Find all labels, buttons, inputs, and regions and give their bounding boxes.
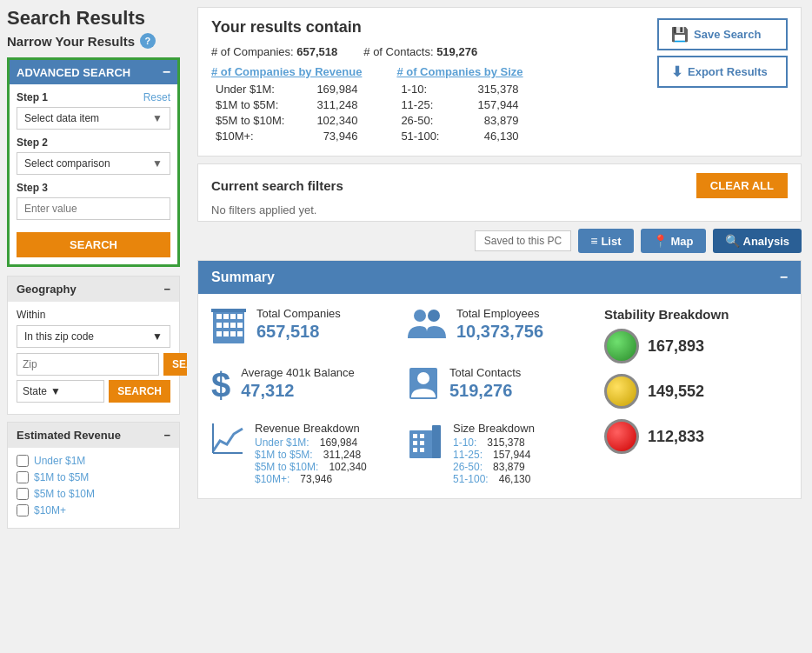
total-employees-card: Total Employees 10,373,756 (408, 307, 591, 353)
by-revenue-title[interactable]: # of Companies by Revenue (211, 65, 362, 78)
map-view-button[interactable]: 📍 Map (641, 229, 706, 253)
stability-red-value: 112,833 (648, 428, 704, 446)
export-results-button[interactable]: ⬇ Export Results (657, 56, 788, 88)
analysis-btn-label: Analysis (743, 235, 789, 248)
total-contacts-label: Total Contacts (449, 366, 521, 379)
total-companies-value: 657,518 (256, 322, 341, 342)
svg-rect-11 (230, 331, 236, 336)
summary-collapse-icon[interactable]: − (780, 270, 788, 285)
svg-rect-27 (420, 448, 424, 452)
advanced-search-button[interactable]: SEARCH (17, 232, 170, 257)
svg-rect-7 (230, 323, 236, 328)
size-row-3-label: 26-50: (401, 114, 433, 127)
within-label: Within (17, 309, 170, 321)
svg-rect-22 (413, 434, 417, 438)
yellow-light-icon (604, 374, 639, 409)
step1-dropdown[interactable]: Select data item ▼ (17, 107, 170, 130)
red-light-icon (604, 419, 639, 454)
geography-header[interactable]: Geography − (8, 277, 179, 302)
total-employees-label: Total Employees (456, 307, 543, 320)
by-size-title[interactable]: # of Companies by Size (396, 65, 522, 78)
companies-value: 657,518 (296, 45, 337, 58)
revenue-row-4-value: 73,946 (323, 130, 358, 143)
svg-rect-21 (432, 425, 441, 458)
analysis-view-button[interactable]: 🔍 Analysis (713, 229, 802, 253)
zip-code-dropdown[interactable]: In this zip code ▼ (17, 325, 170, 348)
avg-401k-card: $ Average 401k Balance 47,312 (211, 366, 395, 409)
list-view-button[interactable]: ≡ List (578, 229, 633, 253)
revenue-label-2[interactable]: $1M to $5M (34, 471, 89, 483)
geography-section: Geography − Within In this zip code ▼ SE… (7, 276, 180, 415)
svg-rect-3 (230, 314, 236, 319)
chart-icon (211, 422, 244, 463)
total-companies-text: Total Companies 657,518 (256, 307, 341, 342)
revenue-row-3-value: 102,340 (316, 114, 357, 127)
state-dropdown[interactable]: State ▼ (17, 380, 104, 403)
revenue-breakdown-card: Revenue Breakdown Under $1M:169,984 $1M … (211, 422, 395, 485)
zip-input[interactable] (17, 353, 159, 376)
revenue-breakdown-label: Revenue Breakdown (255, 422, 367, 435)
step1-group: Step 1 Reset Select data item ▼ (17, 91, 170, 130)
total-employees-value: 10,373,756 (456, 322, 543, 342)
stability-yellow-row: 149,552 (604, 374, 788, 409)
size-breakdown-card: Size Breakdown 1-10:315,378 11-25:157,94… (408, 422, 591, 485)
revenue-checkbox-2[interactable] (17, 471, 29, 483)
help-icon[interactable]: ? (140, 33, 156, 49)
by-size-col: # of Companies by Size 1-10: 315,378 11-… (396, 65, 522, 145)
dollar-icon: $ (211, 366, 230, 405)
clear-all-button[interactable]: CLEAR ALL (696, 173, 788, 198)
revenue-checkbox-1[interactable] (17, 455, 29, 467)
revenue-row-2: $1M to $5M: 311,248 (211, 98, 362, 111)
reset-link[interactable]: Reset (143, 91, 170, 103)
estimated-revenue-header[interactable]: Estimated Revenue − (8, 423, 179, 448)
size-row-4-label: 51-100: (401, 130, 439, 143)
size-breakdown-data: 1-10:315,378 11-25:157,944 26-50:83,879 … (453, 436, 535, 485)
svg-rect-1 (216, 314, 222, 319)
size-breakdown-text: Size Breakdown 1-10:315,378 11-25:157,94… (453, 422, 535, 485)
contact-icon (408, 366, 439, 409)
step3-value-input[interactable] (17, 197, 170, 220)
revenue-breakdown-data: Under $1M:169,984 $1M to $5M:311,248 $5M… (255, 436, 367, 485)
revenue-checkbox-3[interactable] (17, 488, 29, 500)
revenue-row-3: $5M to $10M: 102,340 (211, 114, 362, 127)
size-row-2-label: 11-25: (401, 98, 433, 111)
analysis-icon: 🔍 (725, 234, 740, 248)
green-light-icon (604, 329, 639, 363)
list-btn-label: List (601, 235, 621, 248)
filters-title: Current search filters (211, 178, 343, 193)
companies-label: # of Companies: (211, 45, 294, 58)
step2-dropdown[interactable]: Select comparison ▼ (17, 152, 170, 175)
summary-panel: Summary − (197, 260, 802, 499)
total-contacts-card: Total Contacts 519,276 (408, 366, 591, 409)
revenue-row-1-label: Under $1M: (216, 83, 275, 96)
step2-placeholder: Select comparison (24, 157, 110, 170)
size-row-1-label: 1-10: (401, 83, 427, 96)
size-row-1-value: 315,378 (478, 83, 519, 96)
revenue-row-2-value: 311,248 (316, 98, 357, 111)
state-search-button[interactable]: SEARCH (109, 380, 170, 403)
revenue-label-1[interactable]: Under $1M (34, 455, 85, 467)
save-icon: 💾 (671, 26, 689, 43)
advanced-search-collapse[interactable]: − (163, 64, 170, 80)
list-icon: ≡ (590, 234, 597, 248)
revenue-row-4: $10M+: 73,946 (211, 130, 362, 143)
svg-rect-13 (211, 309, 246, 312)
revenue-option-4: $10M+ (17, 504, 170, 516)
save-search-label: Save Search (694, 28, 761, 41)
save-search-button[interactable]: 💾 Save Search (657, 18, 788, 50)
results-title: Your results contain (211, 18, 657, 37)
revenue-checkboxes: Under $1M $1M to $5M $5M to $10M $10M+ (8, 448, 179, 528)
svg-rect-5 (216, 323, 222, 328)
revenue-option-1: Under $1M (17, 455, 170, 467)
svg-rect-9 (216, 331, 222, 336)
revenue-label-4[interactable]: $10M+ (34, 504, 66, 516)
save-export-area: 💾 Save Search ⬇ Export Results (657, 18, 788, 88)
revenue-checkbox-4[interactable] (17, 504, 29, 516)
step2-label: Step 2 (17, 137, 48, 149)
geography-collapse-icon: − (163, 283, 170, 296)
summary-header: Summary − (198, 261, 801, 294)
saved-badge: Saved to this PC (475, 230, 571, 251)
revenue-label-3[interactable]: $5M to $10M (34, 488, 95, 500)
companies-stat: # of Companies: 657,518 (211, 45, 337, 58)
advanced-search-panel: ADVANCED SEARCH − Step 1 Reset Select da… (7, 57, 180, 267)
